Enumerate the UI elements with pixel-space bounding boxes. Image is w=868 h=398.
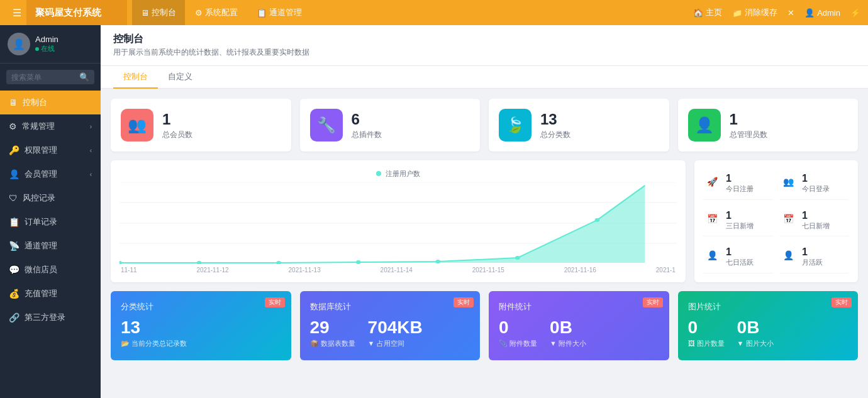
plugins-count: 6 xyxy=(352,111,382,128)
bottom-card-db: 数据库统计 实时 29 📦 数据表数量 704KB ▼ 占用空间 xyxy=(300,291,481,360)
cache-label: 消除缓存 xyxy=(745,7,777,18)
login-count: 1 xyxy=(802,173,830,184)
legend-label: 注册用户数 xyxy=(386,170,420,177)
image-badge: 实时 xyxy=(832,297,852,307)
menu-toggle-button[interactable]: ☰ xyxy=(8,7,26,19)
nav-item-sysconfig-label: 系统配置 xyxy=(205,7,238,18)
plugins-icon: 🔧 xyxy=(310,109,343,141)
month-active-icon: 👤 xyxy=(779,246,797,264)
sidebar-item-permission-label: 权限管理 xyxy=(25,145,57,156)
home-label: 主页 xyxy=(706,7,722,18)
brand-title: 聚码屋支付系统 xyxy=(35,7,101,19)
image-count: 0 xyxy=(688,319,725,336)
main-content: 控制台 用于展示当前系统中的统计数据、统计报表及重要实时数据 控制台 自定义 👥… xyxy=(101,25,868,398)
db-card-title: 数据库统计 xyxy=(310,301,470,312)
month-active-info: 1 月活跃 xyxy=(802,246,823,267)
search-icon: 🔍 xyxy=(79,72,89,82)
nav-cache-button[interactable]: 📁 消除缓存 xyxy=(732,7,777,18)
attachment-badge: 实时 xyxy=(643,297,663,307)
sidebar-item-risk[interactable]: 🛡 风控记录 xyxy=(0,186,101,210)
close-icon: ✕ xyxy=(787,8,794,18)
sidebar-search[interactable]: 🔍 xyxy=(6,70,94,84)
stat-card-admins: 👤 1 总管理员数 xyxy=(678,99,859,152)
image-size: 0B xyxy=(737,319,774,336)
categories-label: 总分类数 xyxy=(540,130,570,140)
db-size-label: ▼ 占用空间 xyxy=(368,339,423,348)
x-label-1: 2021-11-12 xyxy=(196,267,228,274)
month-active-count: 1 xyxy=(802,246,823,258)
7day-new-count: 1 xyxy=(802,210,830,221)
db-badge: 实时 xyxy=(453,297,474,307)
chart-x-labels: 11-11 2021-11-12 2021-11-13 2021-11-14 2… xyxy=(120,267,677,274)
middle-row: 注册用户数 xyxy=(111,160,858,282)
nav-right: 🏠 主页 📁 消除缓存 ✕ 👤 Admin ⚡ xyxy=(693,7,860,18)
login-icon: 👥 xyxy=(779,173,797,191)
sidebar-item-recharge[interactable]: 💰 充值管理 xyxy=(0,282,101,306)
attachment-count: 0 xyxy=(499,319,537,336)
nav-home-button[interactable]: 🏠 主页 xyxy=(693,7,722,18)
user-label: Admin xyxy=(817,8,840,18)
username: Admin xyxy=(35,35,58,44)
admins-label: 总管理员数 xyxy=(730,130,767,140)
sidebar-item-order-label: 订单记录 xyxy=(25,216,57,228)
legend-dot xyxy=(376,171,381,176)
attachment-card-title: 附件统计 xyxy=(499,301,659,312)
sidebar-item-wechat[interactable]: 💬 微信店员 xyxy=(0,258,101,282)
members-label: 总会员数 xyxy=(162,130,192,140)
nav-items: 🖥 控制台 ⚙ 系统配置 📋 通道管理 xyxy=(132,0,693,25)
attachment-count-label: 📎 附件数量 xyxy=(499,339,537,348)
permission-menu-icon: 🔑 xyxy=(9,145,19,155)
image-size-block: 0B ▼ 图片大小 xyxy=(737,319,774,348)
nav-item-channel[interactable]: 📋 通道管理 xyxy=(248,0,311,25)
general-menu-icon: ⚙ xyxy=(9,121,17,131)
category-card-title: 分类统计 xyxy=(121,301,281,312)
nav-user-menu[interactable]: 👤 Admin xyxy=(804,8,840,18)
sidebar-menu: 🖥 控制台 ⚙ 常规管理 › 🔑 权限管理 ‹ 👤 会员管理 ‹ 🛡 风控记录 xyxy=(0,91,101,398)
member-menu-icon: 👤 xyxy=(9,169,19,179)
x-label-3: 2021-11-14 xyxy=(381,267,413,274)
tab-custom[interactable]: 自定义 xyxy=(158,66,203,89)
sidebar-item-permission[interactable]: 🔑 权限管理 ‹ xyxy=(0,138,101,162)
nav-item-sysconfig[interactable]: ⚙ 系统配置 xyxy=(186,0,247,25)
admins-info: 1 总管理员数 xyxy=(730,111,767,140)
sidebar-item-general[interactable]: ⚙ 常规管理 › xyxy=(0,114,101,138)
dashboard-menu-icon: 🖥 xyxy=(9,97,18,108)
user-stat-today-login: 👥 1 今日登录 xyxy=(779,169,849,200)
stat-card-categories: 🍃 13 总分类数 xyxy=(489,99,669,152)
user-stat-3day: 📅 1 三日新增 xyxy=(703,206,773,237)
user-stat-7day-active: 👤 1 七日活跃 xyxy=(703,243,773,274)
x-label-6: 2021-1 xyxy=(656,267,676,274)
x-label-2: 2021-11-13 xyxy=(289,267,321,274)
7day-active-label: 七日活跃 xyxy=(726,258,754,267)
user-stat-month-active: 👤 1 月活跃 xyxy=(779,243,849,274)
7day-new-icon: 📅 xyxy=(779,210,797,228)
7day-new-info: 1 七日新增 xyxy=(802,210,830,231)
nav-item-dashboard[interactable]: 🖥 控制台 xyxy=(132,0,185,25)
svg-point-8 xyxy=(435,260,440,263)
bottom-row: 分类统计 实时 13 📂 当前分类总记录数 数据库统计 实时 29 xyxy=(111,291,858,360)
db-tables-block: 29 📦 数据表数量 xyxy=(310,319,355,348)
sidebar-item-general-label: 常规管理 xyxy=(22,121,55,132)
sidebar-item-channel[interactable]: 📡 通道管理 xyxy=(0,234,101,258)
image-nums: 0 🖼 图片数量 0B ▼ 图片大小 xyxy=(688,319,849,348)
sidebar-item-dashboard[interactable]: 🖥 控制台 xyxy=(0,91,101,114)
members-icon: 👥 xyxy=(121,109,153,141)
nav-item-channel-label: 通道管理 xyxy=(269,7,302,18)
tab-dashboard[interactable]: 控制台 xyxy=(113,66,158,89)
x-label-0: 11-11 xyxy=(121,267,137,274)
sidebar-item-risk-label: 风控记录 xyxy=(23,192,55,204)
user-status: 在线 xyxy=(35,44,58,53)
sidebar-item-order[interactable]: 📋 订单记录 xyxy=(0,210,101,234)
attachment-nums: 0 📎 附件数量 0B ▼ 附件大小 xyxy=(499,319,659,348)
bottom-card-category: 分类统计 实时 13 📂 当前分类总记录数 xyxy=(111,291,291,360)
3day-count: 1 xyxy=(726,210,754,221)
user-stats-card: 🚀 1 今日注册 👥 1 今日登录 📅 xyxy=(694,160,858,282)
sidebar-item-thirdparty[interactable]: 🔗 第三方登录 xyxy=(0,306,101,329)
dashboard-icon: 🖥 xyxy=(141,8,149,18)
nav-close-button[interactable]: ✕ xyxy=(787,8,794,18)
login-label: 今日登录 xyxy=(802,184,830,194)
search-input[interactable] xyxy=(11,73,77,82)
sidebar-item-dashboard-label: 控制台 xyxy=(23,97,47,108)
nav-extra-button[interactable]: ⚡ xyxy=(850,8,860,18)
sidebar-item-member[interactable]: 👤 会员管理 ‹ xyxy=(0,162,101,186)
